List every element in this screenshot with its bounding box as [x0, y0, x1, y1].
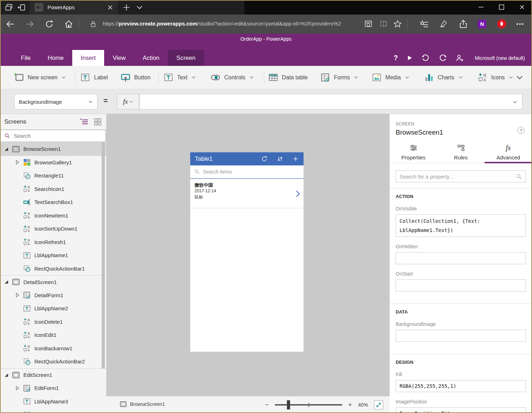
- sort-icon[interactable]: [277, 155, 283, 162]
- expander-open-icon[interactable]: [4, 147, 9, 151]
- menu-screen[interactable]: Screen: [168, 50, 204, 66]
- refresh-icon[interactable]: [261, 155, 268, 162]
- ribbon-text[interactable]: Text: [164, 73, 196, 82]
- expander-closed-icon[interactable]: [15, 386, 20, 390]
- phone-search-input[interactable]: [203, 169, 288, 175]
- refresh-icon[interactable]: [45, 19, 54, 29]
- add-item-icon[interactable]: [292, 155, 299, 162]
- expander-closed-icon[interactable]: [15, 293, 20, 297]
- zoom-slider-thumb[interactable]: [287, 400, 290, 409]
- favorites-hub-icon[interactable]: [420, 19, 429, 29]
- tree-item-searchicon1[interactable]: SearchIcon1: [0, 182, 106, 196]
- phone-search-box[interactable]: [190, 165, 304, 179]
- adblock-icon[interactable]: [497, 19, 506, 28]
- share-icon[interactable]: [459, 19, 468, 29]
- menu-insert[interactable]: Insert: [72, 50, 104, 66]
- onenote-icon[interactable]: N: [478, 20, 486, 28]
- fill-value-box[interactable]: RGBA(255,255,255,1): [396, 380, 526, 392]
- tab-advanced[interactable]: fx Advanced: [485, 141, 532, 163]
- tree-item-iconbackarrow1[interactable]: IconBackarrow1: [0, 342, 106, 355]
- menu-file[interactable]: File: [12, 50, 39, 66]
- screens-search-input[interactable]: [14, 133, 85, 139]
- tree-item-iconnewitem1[interactable]: IconNewItem1: [0, 209, 106, 222]
- backgroundimage-input[interactable]: [400, 333, 522, 339]
- property-search-input[interactable]: [400, 174, 516, 180]
- tree-item-browsescreen1[interactable]: BrowseScreen1: [0, 142, 106, 156]
- tree-item-rectquickactionbar1[interactable]: RectQuickActionBar1: [0, 262, 106, 276]
- zoom-in-button[interactable]: +: [348, 401, 352, 409]
- zoom-slider[interactable]: [275, 404, 342, 406]
- tree-item-partial[interactable]: [0, 408, 106, 413]
- redo-icon[interactable]: [438, 54, 447, 62]
- onvisible-value-box[interactable]: Collect(Collection1, {Text: LblAppName1.…: [396, 214, 526, 237]
- ribbon-charts[interactable]: Charts: [424, 73, 463, 82]
- formula-expand-chevron-icon[interactable]: [513, 100, 517, 104]
- set-tabs-aside-icon[interactable]: [17, 3, 26, 12]
- tree-item-editform1[interactable]: EditForm1: [0, 381, 106, 395]
- tree-item-detailform1[interactable]: DetailForm1: [0, 289, 106, 302]
- tab-list-chevron-icon[interactable]: [136, 4, 143, 11]
- tree-item-rectquickactionbar2[interactable]: RectQuickActionBar2: [0, 355, 106, 368]
- ribbon-icons[interactable]: Icons: [478, 73, 513, 82]
- tab-preview-icon[interactable]: [4, 3, 13, 12]
- preview-play-icon[interactable]: [406, 55, 413, 61]
- tree-item-lblappname1[interactable]: LblAppName1: [0, 249, 106, 262]
- tree-item-textsearchbox1[interactable]: TextSearchBox1: [0, 196, 106, 209]
- home-icon[interactable]: [64, 19, 73, 29]
- new-tab-icon[interactable]: [122, 3, 131, 12]
- menu-action[interactable]: Action: [134, 50, 168, 66]
- expander-open-icon[interactable]: [4, 280, 9, 284]
- phone-screen-preview[interactable]: Table1 微软中国 2017-12-14 鼠标: [190, 152, 304, 352]
- share-user-icon[interactable]: [455, 54, 464, 62]
- account-name[interactable]: Microsoft (new default): [475, 55, 525, 61]
- close-window-icon[interactable]: [518, 3, 526, 11]
- fx-button[interactable]: fx: [117, 94, 139, 109]
- ribbon-controls[interactable]: Controls: [211, 73, 254, 82]
- expander-closed-icon[interactable]: [15, 160, 20, 164]
- property-dropdown[interactable]: BackgroundImage: [14, 94, 97, 109]
- chevron-right-icon[interactable]: [296, 190, 300, 197]
- expander-open-icon[interactable]: [4, 373, 9, 377]
- add-favorite-star-icon[interactable]: [393, 19, 402, 28]
- imageposition-value-box[interactable]: ImagePosition.Fit: [396, 407, 526, 413]
- grid-view-icon[interactable]: [94, 118, 102, 126]
- web-note-pen-icon[interactable]: [439, 19, 448, 28]
- forward-icon[interactable]: [25, 19, 34, 29]
- ribbon-new-screen[interactable]: New screen: [14, 73, 66, 82]
- help-icon[interactable]: ?: [394, 54, 398, 62]
- tab-rules[interactable]: Rules: [437, 141, 485, 163]
- onstart-input[interactable]: [400, 283, 522, 288]
- screens-scrollbar[interactable]: [102, 142, 105, 368]
- onhidden-input[interactable]: [400, 255, 522, 261]
- tree-item-browsegallery1[interactable]: BrowseGallery1: [0, 156, 106, 169]
- list-view-icon[interactable]: [80, 118, 89, 126]
- tree-item-lblappname2[interactable]: LblAppName2: [0, 302, 106, 315]
- minimize-icon[interactable]: [477, 3, 485, 11]
- ribbon-button-btn[interactable]: Button: [121, 73, 151, 82]
- tree-item-detailscreen1[interactable]: DetailScreen1: [0, 275, 106, 289]
- zoom-out-button[interactable]: −: [265, 401, 269, 409]
- ribbon-media[interactable]: Media: [372, 73, 409, 82]
- menu-home[interactable]: Home: [39, 50, 72, 66]
- menu-view[interactable]: View: [104, 50, 134, 66]
- formula-input[interactable]: [140, 94, 508, 109]
- ribbon-data-table[interactable]: Data table: [268, 73, 308, 82]
- close-tab-icon[interactable]: [106, 3, 115, 12]
- tree-item-rectangle11[interactable]: Rectangle11: [0, 169, 106, 182]
- tree-item-iconsortupdown1[interactable]: IconSortUpDown1: [0, 222, 106, 236]
- phone-header-bar[interactable]: Table1: [190, 152, 304, 165]
- tree-item-lblappname3[interactable]: LblAppName3: [0, 395, 106, 408]
- tree-item-iconedit1[interactable]: IconEdit1: [0, 328, 106, 342]
- fit-to-window-button[interactable]: [374, 400, 383, 409]
- gallery-item[interactable]: 微软中国 2017-12-14 鼠标: [190, 179, 304, 208]
- tree-item-editscreen1[interactable]: EditScreen1: [0, 368, 106, 382]
- address-bar[interactable]: https://preview.create.powerapps.com/stu…: [103, 21, 361, 27]
- tab-properties[interactable]: Properties: [390, 141, 437, 163]
- back-icon[interactable]: [6, 19, 15, 29]
- tree-item-icondelete1[interactable]: IconDelete1: [0, 315, 106, 329]
- more-actions-icon[interactable]: •••: [516, 21, 524, 27]
- site-shield-icon[interactable]: [364, 19, 373, 28]
- reading-view-icon[interactable]: [379, 19, 388, 28]
- browser-tab[interactable]: PowerApps: [30, 0, 118, 15]
- inspector-help-icon[interactable]: ?: [517, 127, 525, 134]
